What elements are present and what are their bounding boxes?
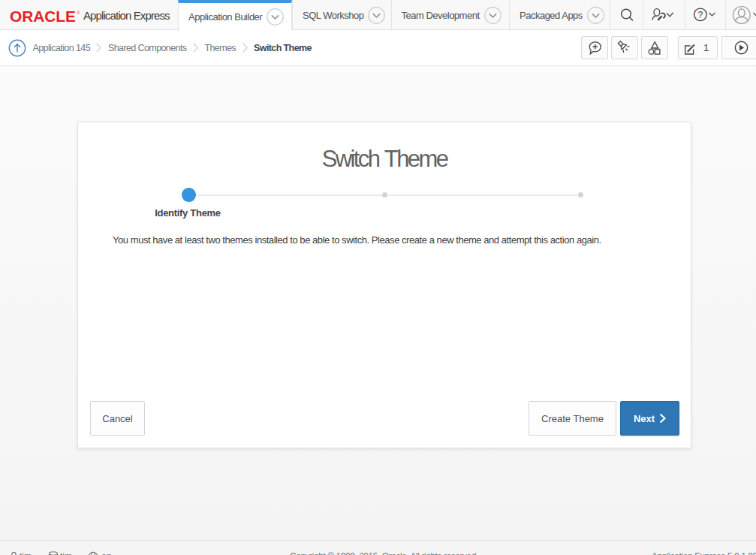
svg-text:?: ? (697, 10, 703, 20)
svg-text:ORACLE: ORACLE (10, 10, 76, 25)
svg-text:®: ® (77, 11, 80, 15)
